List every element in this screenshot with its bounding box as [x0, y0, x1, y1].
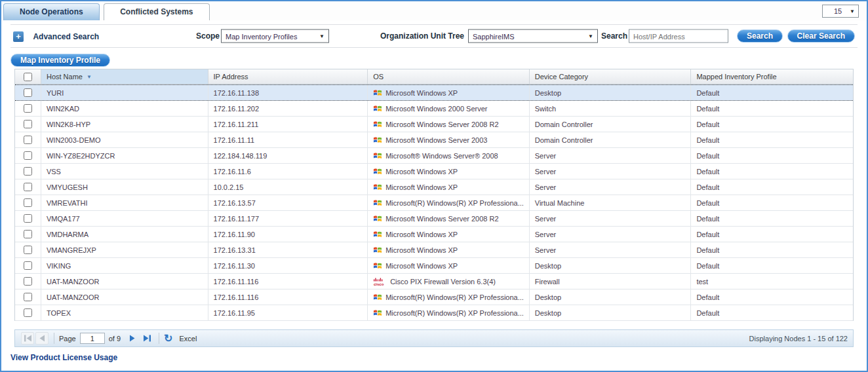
row-checkbox-cell	[15, 258, 41, 273]
table-row[interactable]: WIN2KAD172.16.11.202Microsoft Windows 20…	[15, 101, 853, 117]
cell-ip-address: 172.16.11.6	[208, 164, 368, 179]
row-checkbox[interactable]	[24, 308, 32, 317]
windows-logo-icon	[373, 136, 382, 144]
refresh-icon[interactable]: ↻	[164, 333, 172, 344]
cell-host-name: VMDHARMA	[41, 227, 208, 242]
cell-host-name: VMYUGESH	[41, 179, 208, 195]
row-checkbox[interactable]	[24, 230, 32, 238]
page-label: Page	[59, 335, 76, 343]
table-row[interactable]: VIKING172.16.11.30Microsoft Windows XPDe…	[15, 258, 853, 274]
cell-device-category-text: Server	[535, 231, 556, 238]
search-input[interactable]	[629, 29, 728, 43]
row-checkbox[interactable]	[24, 136, 32, 144]
cell-ip-address-text: 172.16.11.90	[214, 231, 255, 238]
cell-host-name-text: TOPEX	[47, 309, 71, 317]
cell-host-name-text: WIN2003-DEMO	[47, 136, 101, 144]
tab-conflicted-systems[interactable]: Conflicted Systems	[104, 3, 209, 20]
column-header-os[interactable]: OS	[368, 69, 530, 84]
clear-search-button[interactable]: Clear Search	[787, 29, 855, 43]
row-checkbox[interactable]	[24, 151, 32, 160]
row-checkbox[interactable]	[24, 183, 32, 191]
cell-ip-address: 172.16.11.11	[208, 132, 368, 147]
cell-host-name-text: VMREVATHI	[47, 199, 88, 207]
cell-ip-address-text: 172.16.11.202	[214, 105, 260, 113]
plus-icon[interactable]: +	[13, 31, 24, 42]
table-row[interactable]: VMYUGESH10.0.2.15Microsoft Windows XPSer…	[15, 179, 853, 195]
table-row[interactable]: VMDHARMA172.16.11.90Microsoft Windows XP…	[15, 227, 853, 242]
row-checkbox[interactable]	[24, 293, 32, 301]
table-row[interactable]: VSS172.16.11.6Microsoft Windows XPServer…	[15, 164, 853, 179]
column-header-device-category[interactable]: Device Category	[530, 69, 692, 84]
table-row[interactable]: WIN2003-DEMO172.16.11.11Microsoft Window…	[15, 132, 853, 148]
cell-device-category-text: Desktop	[535, 309, 561, 317]
page-size-select[interactable]: 15 ▼	[822, 5, 859, 18]
search-button[interactable]: Search	[737, 29, 783, 43]
cell-ip-address: 172.16.13.31	[208, 242, 368, 257]
map-inventory-profile-button[interactable]: Map Inventory Profile	[10, 54, 110, 67]
row-checkbox-cell	[15, 101, 41, 116]
cell-ip-address: 172.16.11.116	[208, 274, 368, 289]
next-page-button[interactable]	[126, 332, 139, 344]
page-number-input[interactable]	[80, 333, 105, 344]
row-checkbox[interactable]	[24, 246, 32, 254]
pager-bar: Page of 9 ↻ Excel Displaying Nodes 1 - 1…	[14, 329, 854, 347]
cell-mapped-profile-text: Default	[696, 262, 719, 270]
cell-host-name: VMANGREJXP	[41, 242, 208, 257]
cell-ip-address-text: 172.16.11.138	[214, 89, 260, 97]
cell-mapped-profile: Default	[691, 148, 853, 163]
cell-device-category: Desktop	[530, 289, 692, 305]
table-row[interactable]: VMREVATHI172.16.13.57Microsoft(R) Window…	[15, 195, 853, 211]
cell-device-category: Domain Controller	[530, 117, 692, 132]
first-page-button[interactable]	[21, 332, 34, 344]
row-checkbox[interactable]	[24, 104, 32, 113]
prev-page-button[interactable]	[35, 332, 49, 344]
cell-device-category-text: Desktop	[535, 89, 561, 97]
tab-node-operations[interactable]: Node Operations	[3, 3, 100, 20]
row-checkbox-cell	[15, 132, 41, 147]
org-unit-tree-value: SapphireIMS	[473, 32, 585, 40]
sort-desc-icon: ▼	[87, 74, 92, 80]
column-header-label: IP Address	[214, 73, 248, 81]
cell-ip-address-text: 172.16.11.116	[214, 293, 259, 301]
table-row[interactable]: UAT-MANZOOR172.16.11.116ciscoCisco PIX F…	[15, 274, 853, 289]
cell-mapped-profile-text: Default	[696, 136, 719, 144]
cell-device-category-text: Server	[535, 183, 556, 191]
column-header-ip-address[interactable]: IP Address	[208, 69, 368, 84]
last-page-button[interactable]	[140, 332, 153, 344]
cell-host-name: TOPEX	[41, 305, 208, 320]
excel-export-button[interactable]: Excel	[179, 335, 197, 343]
cell-mapped-profile: Default	[691, 227, 853, 242]
org-unit-tree-select[interactable]: SapphireIMS ▼	[468, 29, 598, 43]
row-checkbox-cell	[15, 195, 41, 210]
table-row[interactable]: WIN-YZ8E2HDYZCR122.184.148.119Microsoft®…	[15, 148, 853, 164]
row-checkbox[interactable]	[24, 261, 32, 270]
view-product-license-usage-link[interactable]: View Product License Usage	[10, 353, 117, 362]
row-checkbox[interactable]	[24, 88, 32, 97]
cell-host-name: YURI	[41, 85, 208, 100]
scope-select-value: Map Inventory Profiles	[226, 32, 317, 40]
table-row[interactable]: YURI172.16.11.138Microsoft Windows XPDes…	[15, 84, 853, 101]
table-row[interactable]: UAT-MANZOOR172.16.11.116Microsoft(R) Win…	[15, 289, 853, 305]
row-checkbox[interactable]	[24, 198, 32, 207]
column-header-label: Device Category	[535, 73, 588, 81]
cell-device-category-text: Firewall	[535, 278, 560, 286]
row-checkbox[interactable]	[24, 167, 32, 176]
cell-device-category: Server	[530, 242, 692, 257]
row-checkbox[interactable]	[24, 214, 32, 223]
row-checkbox[interactable]	[24, 120, 32, 128]
cell-device-category-text: Server	[535, 152, 556, 160]
advanced-search-toggle[interactable]: + Advanced Search	[13, 30, 99, 42]
select-all-header-cell[interactable]	[15, 69, 41, 84]
table-row[interactable]: VMQA177172.16.11.177Microsoft Windows Se…	[15, 211, 853, 227]
cell-ip-address-text: 172.16.11.6	[214, 168, 251, 176]
search-label: Search	[601, 31, 627, 41]
cell-device-category: Firewall	[530, 274, 692, 289]
select-all-checkbox[interactable]	[24, 73, 32, 81]
column-header-mapped-inventory-profile[interactable]: Mapped Inventory Profile	[691, 69, 853, 84]
table-row[interactable]: WIN2K8-HYP172.16.11.211Microsoft Windows…	[15, 117, 853, 132]
table-row[interactable]: VMANGREJXP172.16.13.31Microsoft Windows …	[15, 242, 853, 258]
column-header-host-name[interactable]: Host Name▼	[41, 69, 208, 84]
scope-select[interactable]: Map Inventory Profiles ▼	[221, 29, 329, 43]
table-row[interactable]: TOPEX172.16.11.95Microsoft(R) Windows(R)…	[15, 305, 853, 321]
row-checkbox[interactable]	[24, 277, 32, 286]
